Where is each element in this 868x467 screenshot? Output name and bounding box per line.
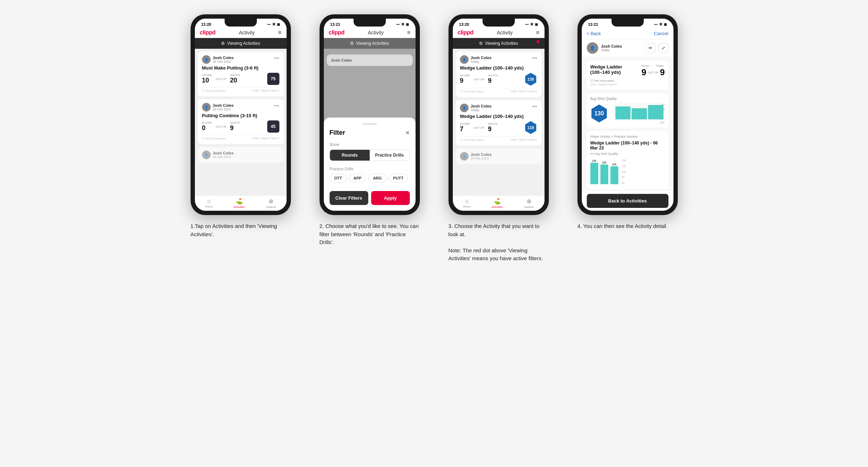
nav-bar-2: clippd Activity ≡	[324, 28, 416, 38]
activity-list-1: 👤 Josh Coles 28 Feb 2023 ••• Must Make P…	[195, 49, 287, 195]
data-source-3-2: Data: Clippd Capture	[510, 138, 537, 142]
hexagon-large: 130	[590, 105, 608, 123]
activities-icon-1: ⛳	[236, 198, 243, 205]
nav-capture-3[interactable]: ⊕ Capture	[524, 198, 534, 209]
modal-overlay-2: Josh Coles Filter ✕ Show Rounds Practice…	[324, 49, 416, 211]
viewing-banner-2[interactable]: ⚙ Viewing Activities	[324, 38, 416, 49]
user-name-3-1: Josh Coles	[471, 56, 492, 60]
activity-card-1-1[interactable]: 👤 Josh Coles 28 Feb 2023 ••• Must Make P…	[198, 52, 284, 96]
mini-bar-2	[632, 108, 647, 120]
avg-sq-label: Avg Shot Quality	[590, 97, 665, 101]
modal-buttons: Clear Filters Apply	[330, 191, 410, 205]
card-header-1-2: 👤 Josh Coles 28 Feb 2023 •••	[202, 103, 279, 111]
menu-icon-2[interactable]: ≡	[407, 29, 410, 36]
menu-icon-1[interactable]: ≡	[278, 29, 281, 36]
activity-card-1-2[interactable]: 👤 Josh Coles 28 Feb 2023 ••• Putting Com…	[198, 99, 284, 144]
stats-row-1-1: Score 10 OUT OF Shots 20 75	[202, 73, 279, 85]
phone-4: 13:21 ▪▪▪ ⌘ ▣ < Back Cancel 👤	[577, 14, 678, 215]
signal-icon-2: ▪▪▪	[396, 23, 400, 26]
rounds-toggle-btn[interactable]: Rounds	[330, 150, 370, 161]
activity-card-3-2[interactable]: 👤 Josh Coles Today ••• Wedge Ladder (100…	[456, 100, 542, 146]
phone-screen-3: 13:20 ▪▪▪ ⌘ ▣ clippd Activity ≡ ⚙ View	[453, 19, 545, 211]
chart-bar-3: 124	[610, 163, 618, 184]
y-axis-labels: 140 120 100 80 60	[622, 159, 626, 184]
nav-home-1[interactable]: ⌂ Home	[205, 198, 213, 209]
detail-score: 9	[642, 67, 646, 77]
banner-text-3: Viewing Activities	[485, 41, 518, 46]
battery-icon-2: ▣	[406, 23, 409, 26]
detail-title-area: Wedge Ladder(100–140 yds)	[590, 64, 622, 76]
caption-2: 2. Choose what you'd like to see. You ca…	[320, 222, 420, 247]
more-dots-1-1[interactable]: •••	[274, 55, 279, 61]
user-name-date-partial-3: Josh Coles 28 Feb 2023	[471, 152, 492, 160]
viewing-banner-1[interactable]: ⚙ Viewing Activities	[195, 38, 287, 49]
filter-tag-putt[interactable]: PUTT	[389, 174, 408, 182]
user-date-1-2: 28 Feb 2023	[213, 108, 234, 111]
clear-filters-btn[interactable]: Clear Filters	[330, 191, 368, 205]
nav-activities-1[interactable]: ⛳ Activities	[234, 198, 245, 209]
score-col-3-1: Score 9	[460, 74, 470, 85]
viewing-banner-3[interactable]: ⚙ Viewing Activities	[453, 38, 545, 49]
toggle-group: Rounds Practice Drills	[330, 149, 410, 161]
data-source-1-2: Data: Clippd Capture	[253, 137, 279, 140]
signal-icon-3: ▪▪▪	[525, 23, 529, 26]
cancel-btn[interactable]: Cancel	[654, 31, 668, 36]
avg-shot-quality-card: Avg Shot Quality 130 APP	[587, 93, 668, 128]
edit-icon[interactable]: ✏	[646, 43, 656, 53]
user-name-date-1-1: Josh Coles 28 Feb 2023	[213, 56, 234, 63]
filter-icon-2: ⚙	[350, 41, 354, 46]
card-footer-3-2: ⓘ Test Information Data: Clippd Capture	[460, 136, 537, 142]
more-dots-1-2[interactable]: •••	[274, 103, 279, 109]
activity-card-3-1[interactable]: 👤 Josh Coles Today ••• Wedge Ladder (100…	[456, 52, 542, 97]
shots-col-1-1: Shots 20	[230, 73, 240, 84]
user-name-3-2: Josh Coles	[471, 104, 492, 108]
nav-home-3[interactable]: ⌂ Home	[463, 198, 471, 209]
user-name-date-3-2: Josh Coles Today	[471, 104, 492, 112]
back-btn[interactable]: < Back	[587, 31, 601, 36]
more-dots-3-2[interactable]: •••	[532, 104, 537, 109]
practice-drills-label: Practice Drills	[330, 167, 410, 171]
apply-btn[interactable]: Apply	[371, 191, 410, 205]
expand-icon[interactable]: ⤢	[658, 43, 668, 53]
filter-tag-ott[interactable]: OTT	[330, 174, 347, 182]
nav-capture-1[interactable]: ⊕ Capture	[266, 198, 276, 209]
avg-shot-label-2: ••• Avg Shot Quality	[590, 152, 665, 156]
score-col-3-2: Score 7	[460, 122, 470, 133]
modal-close-btn[interactable]: ✕	[405, 129, 410, 136]
back-to-activities-btn[interactable]: Back to Activities	[587, 194, 668, 208]
menu-icon-3[interactable]: ≡	[536, 29, 539, 36]
nav-activities-3[interactable]: ⛳ Activities	[491, 198, 503, 209]
nav-activities-label-1: Activities	[234, 205, 245, 209]
detail-header: < Back Cancel	[582, 28, 673, 39]
practice-drills-toggle-btn[interactable]: Practice Drills	[370, 150, 409, 161]
status-icons-3: ▪▪▪ ⌘ ▣	[525, 23, 538, 26]
card-footer-1-1: ⓘ Test Information Data: Clippd Capture	[202, 87, 279, 93]
status-icons-2: ▪▪▪ ⌘ ▣	[396, 23, 409, 26]
logo-1: clippd	[200, 29, 216, 36]
partial-card-3: 👤 Josh Coles 28 Feb 2023	[456, 148, 542, 164]
nav-title-3: Activity	[497, 30, 513, 35]
more-dots-3-1[interactable]: •••	[532, 55, 537, 61]
avatar-partial-3: 👤	[460, 152, 469, 161]
modal-handle	[363, 123, 377, 125]
chart-y-labels: 130 100 50 0	[661, 104, 665, 120]
data-label-4: Data: Clippd Capture	[590, 83, 665, 86]
filter-tag-arg[interactable]: ARG	[368, 174, 386, 182]
home-icon-3: ⌂	[465, 198, 469, 204]
step-3: 13:20 ▪▪▪ ⌘ ▣ clippd Activity ≡ ⚙ View	[441, 14, 556, 263]
phone-notch-4	[612, 19, 644, 27]
shot-quality-hex-3-2: 118	[524, 121, 537, 134]
caption-4: 4. You can then see the Activity detail.	[577, 222, 678, 230]
battery-icon-3: ▣	[535, 23, 538, 26]
bar-fill-2	[600, 165, 608, 184]
user-info-1-1: 👤 Josh Coles 28 Feb 2023	[202, 55, 234, 64]
user-name-date-3-1: Josh Coles Today	[471, 56, 492, 63]
test-info-4: ⓘ Test Information	[590, 79, 665, 83]
chart-x-label: APP	[614, 121, 665, 124]
avatar-3-1: 👤	[460, 55, 469, 64]
filter-tag-app[interactable]: APP	[349, 174, 366, 182]
filter-icon-1: ⚙	[221, 41, 225, 46]
user-date-3-1: Today	[471, 60, 492, 63]
status-time-4: 13:21	[588, 22, 598, 27]
shots-col-1-2: Shots 9	[230, 121, 240, 132]
